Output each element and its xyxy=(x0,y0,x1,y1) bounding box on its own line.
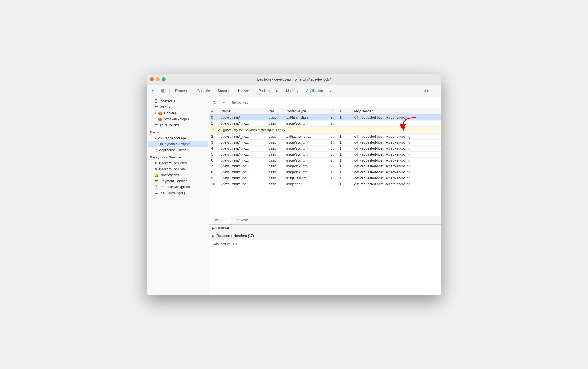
clear-button[interactable]: ✕ xyxy=(220,99,228,106)
more-options-button[interactable]: ⋮ xyxy=(431,87,439,95)
tab-sources[interactable]: Sources xyxy=(214,85,234,97)
table-row[interactable]: 4 /devsummit/_inc... basic image/svg+xml… xyxy=(209,146,441,152)
app-cache-icon: ⊞ xyxy=(155,148,157,152)
refresh-button[interactable]: ↻ xyxy=(211,99,219,106)
cell-c: 5... xyxy=(328,181,338,187)
devtools-window: DevTools - developer.chrome.com/tags/dev… xyxy=(147,74,441,295)
tab-application[interactable]: Application xyxy=(302,85,327,97)
maximize-button[interactable] xyxy=(162,77,166,81)
section-arrow-icon: ▶ xyxy=(212,234,215,238)
device-toolbar-button[interactable] xyxy=(158,87,168,95)
toolbar-separator xyxy=(169,88,170,94)
titlebar: DevTools - developer.chrome.com/tags/dev… xyxy=(147,74,441,85)
general-section[interactable]: ▶ General xyxy=(209,225,441,232)
table-row[interactable]: 5 /devsummit/_inc... basic image/svg+xml… xyxy=(209,152,441,158)
cell-vh: x-fh-requested-host, accept-encoding xyxy=(352,181,441,187)
cell-res: basic xyxy=(266,140,283,146)
col-ct-header: Content-Type xyxy=(283,108,328,115)
table-row[interactable]: 1 /devsummit/_inc... basic image/svg+xml… xyxy=(209,121,441,127)
table-row[interactable]: 8 /devsummit/_inc... basic image/svg+xml… xyxy=(209,169,441,175)
col-res-header: Res... xyxy=(266,108,283,115)
sidebar-item-label: Background Sync xyxy=(159,167,186,171)
cell-name: /devsummit/_inc... xyxy=(219,163,266,169)
minimize-button[interactable] xyxy=(156,77,160,81)
cell-c: 2... xyxy=(328,121,338,127)
col-vh-header: Vary Header xyxy=(352,108,441,115)
sidebar-item-indexeddb[interactable]: 🗄 IndexedDB xyxy=(148,98,208,104)
tooltip-cell: ⚠ Set ignoreVary to true when matching t… xyxy=(209,127,441,134)
cell-res: basic xyxy=(266,181,283,187)
table-row[interactable]: 7 /devsummit/_inc... basic image/svg+xml… xyxy=(209,163,441,169)
cell-vh: x-fh-requested-host, accept-encoding xyxy=(352,175,441,181)
cell-ti: 1... xyxy=(337,169,352,175)
sidebar-item-push-messaging[interactable]: ☁ Push Messaging xyxy=(148,190,208,196)
cell-c: 1... xyxy=(328,175,338,181)
sidebar-item-label: Cookies xyxy=(164,111,176,115)
cell-name: /devsummit/_inc... xyxy=(219,175,266,181)
sidebar-item-label: Payment Handler xyxy=(160,179,187,183)
table-row[interactable]: 3 /devsummit/_inc... basic image/svg+xml… xyxy=(209,140,441,146)
sidebar-item-label: https://developer. xyxy=(164,117,190,121)
table-row[interactable]: 9 /devsummit/_inc... basic text/javascri… xyxy=(209,175,441,181)
cell-hash: 8 xyxy=(209,169,219,175)
tab-elements[interactable]: Elements xyxy=(171,85,193,97)
cell-name: /devsummit/_inc... xyxy=(219,158,266,163)
tab-network[interactable]: Network xyxy=(234,85,255,97)
bg-fetch-icon: ⇅ xyxy=(155,161,157,165)
cell-ti: 1... xyxy=(337,152,352,158)
cell-ct: image/svg+xml xyxy=(283,140,328,146)
table-row[interactable]: 0 /devsummit/ basic text/html; chars... … xyxy=(209,115,441,121)
cache-storage-icon: 🗃 xyxy=(158,136,162,140)
cell-hash: 0 xyxy=(209,115,219,121)
tab-headers[interactable]: Headers xyxy=(209,216,231,224)
cache-section-header: Cache xyxy=(147,128,209,135)
sidebar-item-cookies-dev[interactable]: 🍪 https://developer. xyxy=(148,116,208,122)
total-entries: Total entries: 120 xyxy=(209,240,441,248)
response-headers-section[interactable]: ▶ Response Headers (17) xyxy=(209,232,441,240)
sidebar-item-periodic-bg[interactable]: 🕐 Periodic Backgroun xyxy=(148,184,208,190)
sidebar-item-notifications[interactable]: 🔔 Notifications xyxy=(148,172,208,178)
cell-res: basic xyxy=(266,134,283,140)
sidebar-item-bg-sync[interactable]: ↻ Background Sync xyxy=(148,166,208,172)
cell-res: basic xyxy=(266,169,283,175)
tab-console[interactable]: Console xyxy=(193,85,214,97)
window-title: DevTools - developer.chrome.com/tags/dev… xyxy=(257,77,331,81)
sidebar-item-trust-tokens[interactable]: 🗃 Trust Tokens xyxy=(148,122,208,128)
trust-tokens-icon: 🗃 xyxy=(155,123,158,127)
close-button[interactable] xyxy=(150,77,154,81)
dynamic-icon: ⊞ xyxy=(160,142,163,146)
cell-vh: x-fh-requested-host, accept-encoding xyxy=(352,115,441,121)
table-row[interactable]: 2 /devsummit/_inc... basic text/javascri… xyxy=(209,134,441,140)
cell-ti: 1... xyxy=(337,158,352,163)
cursor-tool-button[interactable] xyxy=(149,87,158,95)
cell-name: /devsummit/_inc... xyxy=(219,146,266,152)
sidebar-item-bg-fetch[interactable]: ⇅ Background Fetch xyxy=(148,160,208,166)
more-tabs-button[interactable]: » xyxy=(327,87,335,95)
cell-name: /devsummit/_inc... xyxy=(219,152,266,158)
cell-ti: 1... xyxy=(337,140,352,146)
cell-hash: 6 xyxy=(209,158,219,163)
table-row[interactable]: 6 /devsummit/_inc... basic image/svg+xml… xyxy=(209,158,441,163)
sidebar-item-dynamic[interactable]: ⊞ dynamic - https:/. xyxy=(148,141,208,147)
cell-vh: x-fh-requested-host, accept-encoding xyxy=(352,158,441,163)
cookies-icon: 🍪 xyxy=(158,111,162,115)
cell-c: 8... xyxy=(328,115,338,121)
filter-input[interactable] xyxy=(229,100,439,104)
sidebar-item-app-cache[interactable]: ⊞ Application Cache xyxy=(148,147,208,153)
tab-preview[interactable]: Preview xyxy=(231,216,252,224)
indexeddb-icon: 🗄 xyxy=(155,99,158,103)
sidebar-item-payment-handler[interactable]: 💳 Payment Handler xyxy=(148,178,208,184)
table-container: # Name Res... Content-Type C. Ti... Vary… xyxy=(209,108,441,216)
cell-name: /devsummit/_inc... xyxy=(219,121,266,127)
sidebar-item-cookies[interactable]: ▼ 🍪 Cookies xyxy=(148,110,208,116)
tooltip-text: Set ignoreVary to true when matching thi… xyxy=(217,128,285,132)
sidebar-item-label: Application Cache xyxy=(159,148,187,152)
sidebar-item-cache-storage[interactable]: ▼ 🗃 Cache Storage xyxy=(148,135,208,141)
sidebar-item-websql[interactable]: 🗃 Web SQL xyxy=(148,104,208,110)
cell-c: 2... xyxy=(328,158,338,163)
tab-memory[interactable]: Memory xyxy=(282,85,302,97)
settings-button[interactable]: ⚙ xyxy=(422,87,430,95)
cell-vh: x-fh-requested-host, accept-encoding xyxy=(352,163,441,169)
tab-performance[interactable]: Performance xyxy=(255,85,282,97)
table-row[interactable]: 10 /devsummit/_inc... basic image/jpeg 5… xyxy=(209,181,441,187)
